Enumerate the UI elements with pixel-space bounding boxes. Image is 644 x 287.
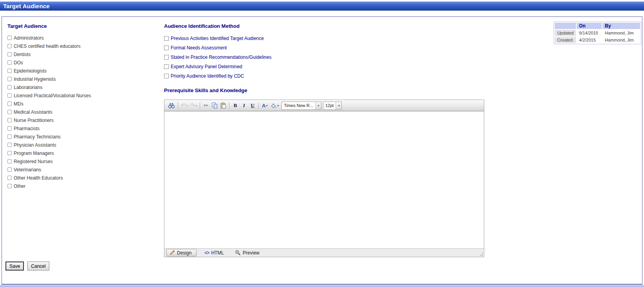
paste-icon (220, 102, 226, 109)
checkbox[interactable] (7, 69, 12, 73)
audience-identification-heading: Audience Identification Method (164, 23, 485, 29)
html-mode-label: HTML (211, 250, 224, 256)
italic-icon: I (243, 102, 245, 109)
target-audience-option[interactable]: Pharmacists (7, 124, 160, 133)
target-audience-option[interactable]: Program Managers (7, 149, 160, 157)
highlight-color-button[interactable]: ▾ (269, 101, 280, 110)
checkbox[interactable] (7, 184, 12, 188)
design-mode-tab[interactable]: Design (166, 249, 197, 256)
checkbox[interactable] (7, 118, 12, 122)
checkbox[interactable] (7, 60, 12, 65)
target-audience-option[interactable]: MDs (7, 100, 160, 108)
binoculars-icon (168, 102, 175, 109)
audit-row-user: Hammond, Jim (603, 30, 640, 36)
audit-row-date: 9/14/2015 (577, 30, 602, 36)
undo-button[interactable]: ↶ ▾ (180, 101, 189, 110)
audience-identification-option[interactable]: Formal Needs Assessment (164, 43, 485, 53)
redo-icon: ↷ (190, 103, 195, 109)
find-button[interactable] (167, 101, 176, 110)
checkbox[interactable] (164, 74, 169, 78)
editor-resize-grip[interactable] (479, 252, 483, 256)
redo-button[interactable]: ↷ ▾ (189, 101, 198, 110)
checkbox[interactable] (7, 77, 12, 81)
preview-mode-tab[interactable]: Preview (232, 249, 263, 256)
checkbox-label: Pharmacists (14, 126, 40, 131)
target-audience-option[interactable]: Laboratorians (7, 83, 160, 91)
target-audience-options: Administrators CHES certified health edu… (7, 34, 160, 190)
form-panel: Target Audience Administrators CHES cert… (2, 16, 642, 285)
checkbox[interactable] (7, 151, 12, 155)
target-audience-option[interactable]: DOs (7, 58, 160, 67)
checkbox[interactable] (7, 167, 12, 172)
checkbox-label: Stated in Practice Recommendations/Guide… (171, 54, 271, 60)
target-audience-option[interactable]: Other Health Educators (7, 174, 160, 182)
audit-row-label: Updated (555, 30, 576, 36)
scissors-icon: ✂ (204, 103, 208, 108)
audience-identification-option[interactable]: Stated in Practice Recommendations/Guide… (164, 53, 485, 62)
undo-dropdown-arrow[interactable]: ▾ (186, 104, 188, 107)
audience-identification-option[interactable]: Previous Activities Identified Target Au… (164, 34, 485, 43)
pencil-icon (170, 250, 175, 255)
font-size-dropdown-arrow[interactable]: ▾ (336, 102, 341, 109)
toolbar-separator (258, 102, 259, 109)
html-mode-tab[interactable]: <> HTML (201, 250, 227, 256)
target-audience-option[interactable]: Registered Nurses (7, 157, 160, 165)
cancel-button[interactable]: Cancel (27, 262, 49, 271)
copy-button[interactable] (210, 101, 219, 110)
checkbox[interactable] (7, 85, 12, 89)
checkbox[interactable] (7, 126, 12, 131)
font-size-select[interactable]: 12pt ▾ (323, 102, 342, 110)
paste-button[interactable] (219, 101, 227, 110)
target-audience-option[interactable]: Epidemiologists (7, 67, 160, 75)
audience-identification-section: Audience Identification Method Previous … (164, 23, 485, 81)
checkbox[interactable] (7, 159, 12, 163)
save-button[interactable]: Save (5, 262, 24, 271)
font-color-button[interactable]: A ▾ (260, 101, 269, 110)
underline-button[interactable]: U (248, 101, 257, 110)
editor-content-area[interactable] (164, 111, 484, 248)
checkbox[interactable] (164, 45, 169, 50)
target-audience-option[interactable]: Medical Assistants (7, 108, 160, 116)
target-audience-option[interactable]: Physician Assistants (7, 141, 160, 149)
target-audience-option[interactable]: Industrial Hygienists (7, 75, 160, 83)
bold-icon: B (234, 102, 237, 109)
audience-identification-option[interactable]: Priority Audience Identified by CDC (164, 71, 485, 81)
toolbar-separator (200, 102, 200, 109)
checkbox[interactable] (7, 110, 12, 114)
italic-button[interactable]: I (240, 101, 248, 110)
checkbox[interactable] (164, 55, 169, 60)
chevron-down-icon: ▾ (317, 104, 319, 107)
font-color-icon: A (262, 103, 265, 109)
checkbox[interactable] (164, 64, 169, 69)
redo-dropdown-arrow[interactable]: ▾ (195, 104, 197, 107)
checkbox[interactable] (164, 36, 169, 41)
checkbox[interactable] (7, 36, 12, 40)
font-color-dropdown-arrow[interactable]: ▾ (266, 104, 267, 107)
audience-identification-option[interactable]: Expert Advisory Panel Determined (164, 62, 485, 71)
cut-button[interactable]: ✂ (202, 101, 210, 110)
target-audience-option[interactable]: Dentists (7, 50, 160, 58)
audience-identification-options: Previous Activities Identified Target Au… (164, 34, 485, 81)
checkbox-label: Dentists (14, 52, 31, 57)
checkbox[interactable] (7, 52, 12, 56)
target-audience-option[interactable]: Veterinarians (7, 165, 160, 174)
checkbox[interactable] (7, 134, 12, 139)
checkbox[interactable] (7, 143, 12, 147)
font-name-select[interactable]: Times New R... ▾ (281, 102, 321, 110)
checkbox[interactable] (7, 102, 12, 106)
checkbox[interactable] (7, 44, 12, 48)
target-audience-option[interactable]: Pharmacy Technicians (7, 133, 160, 141)
checkbox-label: DOs (14, 60, 23, 65)
target-audience-option[interactable]: Nurse Practitioners (7, 116, 160, 124)
checkbox[interactable] (7, 176, 12, 180)
checkbox-label: Laboratorians (14, 85, 42, 90)
target-audience-option[interactable]: Administrators (7, 34, 160, 42)
target-audience-option[interactable]: Other (7, 182, 160, 190)
bold-button[interactable]: B (231, 101, 240, 110)
target-audience-option[interactable]: CHES certified health educators (7, 42, 160, 50)
audit-col-on: On (577, 23, 602, 29)
checkbox[interactable] (7, 93, 12, 98)
highlight-dropdown-arrow[interactable]: ▾ (277, 104, 279, 107)
target-audience-option[interactable]: Licensed Practical/Vocational Nurses (7, 91, 160, 100)
font-name-dropdown-arrow[interactable]: ▾ (315, 102, 321, 109)
